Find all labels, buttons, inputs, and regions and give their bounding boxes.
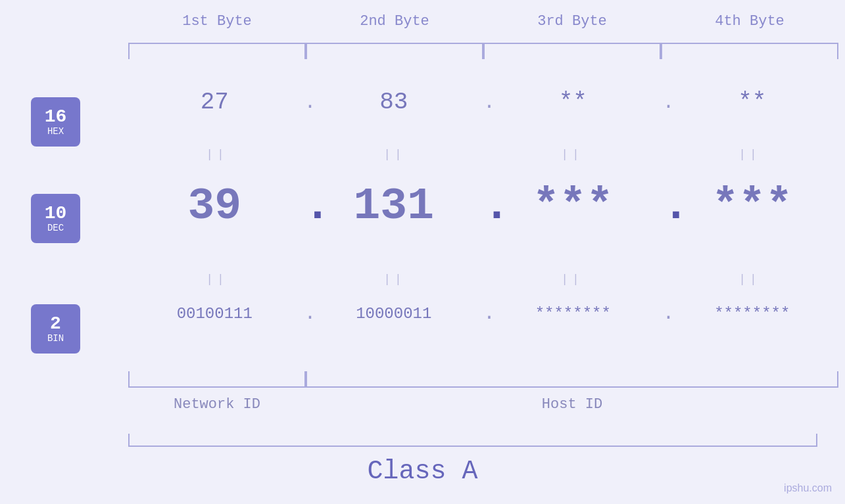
- id-labels: Network ID Host ID: [128, 396, 838, 413]
- bin-row: 00100111 . 10000011 . ******** . *******…: [128, 302, 838, 325]
- eq2-b4: ||: [661, 273, 838, 286]
- hex-badge-label: HEX: [47, 126, 64, 137]
- class-bracket: [128, 434, 817, 447]
- top-bracket-3: [483, 43, 661, 59]
- bin-byte2: 10000011: [308, 305, 481, 323]
- bin-badge-number: 2: [50, 315, 61, 333]
- bin-byte4: ********: [666, 305, 839, 323]
- top-brackets: [128, 43, 838, 59]
- eq2-b2: ||: [306, 273, 483, 286]
- dec-byte4: ***: [666, 181, 839, 231]
- host-id-label: Host ID: [306, 396, 838, 413]
- top-bracket-2: [306, 43, 483, 59]
- byte-headers: 1st Byte 2nd Byte 3rd Byte 4th Byte: [128, 13, 838, 30]
- eq2-b1: ||: [128, 273, 306, 286]
- watermark: ipshu.com: [784, 482, 832, 494]
- dec-row: 39 . 131 . *** . ***: [128, 181, 838, 231]
- bin-badge-label: BIN: [47, 333, 64, 344]
- equals-row-2: || || || ||: [128, 273, 838, 286]
- dec-badge-number: 10: [45, 204, 67, 223]
- dec-badge: 10 DEC: [31, 194, 80, 243]
- bottom-bracket-network: [128, 371, 306, 388]
- dec-byte2: 131: [308, 181, 481, 231]
- bin-byte1: 00100111: [128, 305, 301, 323]
- hex-byte4: **: [666, 89, 839, 116]
- eq1-b1: ||: [128, 148, 306, 161]
- eq1-b2: ||: [306, 148, 483, 161]
- hex-row: 27 . 83 . ** . **: [128, 89, 838, 116]
- bottom-brackets: [128, 371, 838, 388]
- dec-badge-label: DEC: [47, 223, 64, 233]
- hex-byte3: **: [487, 89, 660, 116]
- eq1-b4: ||: [661, 148, 838, 161]
- top-bracket-1: [128, 43, 306, 59]
- hex-byte2: 83: [308, 89, 481, 116]
- byte4-header: 4th Byte: [661, 13, 838, 30]
- equals-row-1: || || || ||: [128, 148, 838, 161]
- bin-badge: 2 BIN: [31, 304, 80, 354]
- byte1-header: 1st Byte: [128, 13, 306, 30]
- dec-byte3: ***: [487, 181, 660, 231]
- eq2-b3: ||: [483, 273, 661, 286]
- eq1-b3: ||: [483, 148, 661, 161]
- byte2-header: 2nd Byte: [306, 13, 483, 30]
- dec-byte1: 39: [128, 181, 301, 231]
- main-container: 1st Byte 2nd Byte 3rd Byte 4th Byte 16 H…: [0, 0, 845, 504]
- byte3-header: 3rd Byte: [483, 13, 661, 30]
- bin-byte3: ********: [487, 305, 660, 323]
- hex-badge-number: 16: [45, 108, 67, 126]
- hex-byte1: 27: [128, 89, 301, 116]
- top-bracket-4: [661, 43, 838, 59]
- hex-badge: 16 HEX: [31, 97, 80, 147]
- network-id-label: Network ID: [128, 396, 306, 413]
- bottom-bracket-host: [306, 371, 838, 388]
- class-label: Class A: [0, 457, 845, 486]
